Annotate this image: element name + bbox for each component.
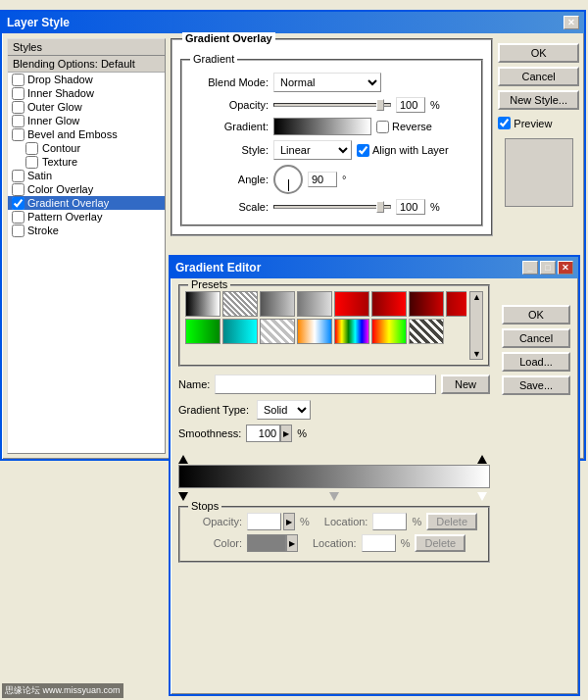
- color-arrow-btn[interactable]: ▶: [286, 534, 298, 552]
- style-item-outer-glow[interactable]: Outer Glow: [8, 100, 165, 114]
- style-select[interactable]: Linear Radial Angle: [273, 140, 352, 160]
- preview-checkbox[interactable]: [498, 117, 511, 129]
- scroll-down-btn[interactable]: ▼: [472, 349, 481, 359]
- color-overlay-label: Color Overlay: [27, 183, 93, 195]
- gradient-overlay-section-label: Gradient Overlay: [182, 32, 275, 44]
- contour-checkbox[interactable]: [25, 142, 38, 155]
- opacity-slider[interactable]: [273, 103, 391, 107]
- ge-cancel-button[interactable]: Cancel: [502, 328, 570, 348]
- blend-mode-select[interactable]: Normal Multiply Screen: [273, 73, 381, 92]
- scale-slider[interactable]: [273, 205, 391, 209]
- style-item-inner-shadow[interactable]: Inner Shadow: [8, 86, 165, 100]
- new-button[interactable]: New: [441, 375, 490, 394]
- preset-17[interactable]: [409, 319, 444, 344]
- gradient-preview[interactable]: [273, 118, 371, 135]
- preset-16[interactable]: [371, 319, 407, 344]
- smoothness-input[interactable]: [246, 425, 280, 442]
- gradient-type-select[interactable]: Solid Noise: [257, 400, 311, 420]
- stroke-checkbox[interactable]: [12, 225, 24, 237]
- color-stop-right[interactable]: [477, 491, 487, 503]
- preset-12[interactable]: [222, 319, 258, 344]
- style-item-satin[interactable]: Satin: [8, 169, 165, 182]
- preview-checkbox-label[interactable]: Preview: [498, 117, 579, 129]
- color-stop-center[interactable]: [329, 491, 339, 503]
- smoothness-stepper-up[interactable]: ▶: [280, 425, 292, 442]
- style-item-contour[interactable]: Contour: [8, 141, 165, 155]
- style-item-bevel-emboss[interactable]: Bevel and Emboss: [8, 127, 165, 141]
- delete-opacity-btn[interactable]: Delete: [426, 513, 477, 530]
- align-layer-label[interactable]: Align with Layer: [357, 144, 449, 157]
- opacity-stop-input: [247, 513, 281, 530]
- presets-scrollbar[interactable]: ▲ ▼: [469, 291, 483, 360]
- ge-minimize-button[interactable]: _: [522, 261, 538, 275]
- preset-14[interactable]: [297, 319, 332, 344]
- pattern-overlay-label: Pattern Overlay: [27, 211, 102, 223]
- opacity-arrow-btn[interactable]: ▶: [283, 513, 295, 530]
- preset-3[interactable]: [260, 291, 295, 317]
- gradient-overlay-checkbox[interactable]: [12, 197, 24, 210]
- scale-input[interactable]: [396, 199, 425, 215]
- new-style-button[interactable]: New Style...: [498, 90, 579, 110]
- style-item-drop-shadow[interactable]: Drop Shadow: [8, 73, 165, 86]
- preset-15[interactable]: [334, 319, 369, 344]
- preset-6[interactable]: [371, 291, 407, 317]
- opacity-input[interactable]: [396, 97, 425, 113]
- ge-maximize-button[interactable]: □: [540, 261, 556, 275]
- opacity-thumb[interactable]: [376, 99, 384, 111]
- scroll-up-btn[interactable]: ▲: [472, 292, 481, 302]
- style-item-pattern-overlay[interactable]: Pattern Overlay: [8, 210, 165, 224]
- angle-dial[interactable]: [273, 165, 303, 194]
- ge-save-button[interactable]: Save...: [502, 375, 570, 395]
- gradient-bar[interactable]: [178, 465, 490, 488]
- gradient-row: Gradient: Reverse: [190, 118, 473, 135]
- drop-shadow-checkbox[interactable]: [12, 74, 24, 86]
- texture-checkbox[interactable]: [25, 156, 38, 169]
- scale-thumb[interactable]: [376, 201, 384, 213]
- reverse-checkbox[interactable]: [376, 121, 389, 133]
- delete-color-btn[interactable]: Delete: [415, 534, 466, 552]
- color-swatch[interactable]: [247, 534, 286, 552]
- angle-input[interactable]: [308, 172, 337, 187]
- presets-grid: [185, 291, 466, 360]
- preset-8[interactable]: [446, 291, 466, 317]
- preset-5[interactable]: [334, 291, 369, 317]
- cancel-button[interactable]: Cancel: [498, 67, 579, 86]
- satin-checkbox[interactable]: [12, 170, 24, 182]
- pattern-overlay-checkbox[interactable]: [12, 211, 24, 224]
- opacity-stop-left[interactable]: [178, 454, 188, 466]
- blending-options-header[interactable]: Blending Options: Default: [8, 56, 165, 73]
- title-bar-controls: ✕: [564, 16, 579, 29]
- ok-button[interactable]: OK: [498, 43, 579, 63]
- reverse-checkbox-label[interactable]: Reverse: [376, 121, 432, 133]
- color-location-unit: %: [401, 537, 411, 549]
- style-item-color-overlay[interactable]: Color Overlay: [8, 182, 165, 196]
- preset-11[interactable]: [185, 319, 220, 344]
- opacity-stop-right[interactable]: [477, 454, 487, 466]
- align-layer-checkbox[interactable]: [357, 144, 369, 157]
- color-overlay-checkbox[interactable]: [12, 183, 24, 196]
- ge-load-button[interactable]: Load...: [502, 352, 570, 372]
- inner-shadow-checkbox[interactable]: [12, 87, 24, 100]
- preset-4[interactable]: [297, 291, 332, 317]
- color-stop-row: Color: ▶ Location: % Delete: [188, 534, 480, 552]
- styles-label: Styles: [13, 41, 42, 53]
- gradient-label: Gradient:: [190, 121, 269, 132]
- ge-ok-button[interactable]: OK: [502, 305, 570, 325]
- preset-13[interactable]: [260, 319, 295, 344]
- inner-glow-checkbox[interactable]: [12, 115, 24, 127]
- outer-glow-checkbox[interactable]: [12, 101, 24, 114]
- ge-close-button[interactable]: ✕: [558, 261, 573, 275]
- presets-label: Presets: [188, 278, 230, 290]
- style-item-stroke[interactable]: Stroke: [8, 224, 165, 237]
- style-item-texture[interactable]: Texture: [8, 155, 165, 169]
- close-button[interactable]: ✕: [564, 16, 579, 29]
- preset-7[interactable]: [409, 291, 444, 317]
- close-icon: ✕: [567, 18, 575, 27]
- style-item-inner-glow[interactable]: Inner Glow: [8, 114, 165, 127]
- color-stop-left[interactable]: [178, 491, 188, 503]
- name-input[interactable]: Custom: [215, 375, 436, 394]
- preset-1[interactable]: [185, 291, 220, 317]
- bevel-emboss-checkbox[interactable]: [12, 128, 24, 141]
- preset-2[interactable]: [222, 291, 258, 317]
- style-item-gradient-overlay[interactable]: Gradient Overlay: [8, 196, 165, 210]
